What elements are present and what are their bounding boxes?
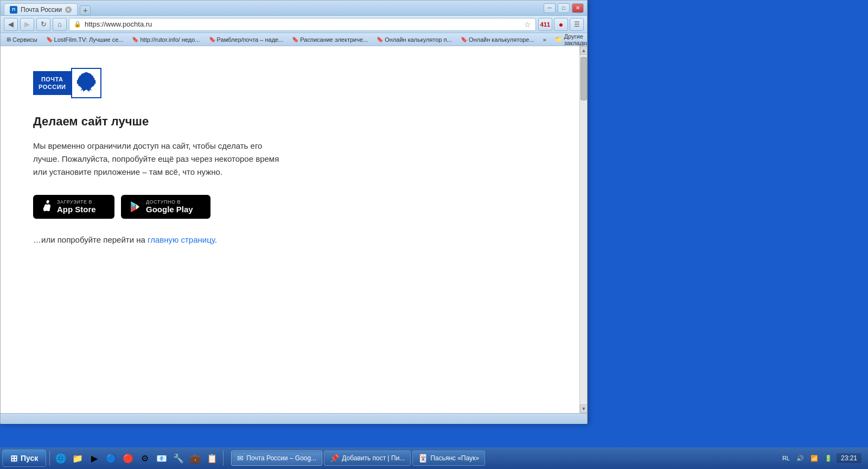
refresh-button[interactable]: ↻ [36,18,50,31]
bookmark-label: Онлайн калькуляторе... [469,36,534,43]
taskbar: ⊞ Пуск 🌐 📁 ▶ 🔵 🔴 ⚙ 📧 🔧 💼 📋 ✉ Почта Росси… [0,447,868,469]
bookmark-rambler[interactable]: 🔖 Рамблер/почта – наде... [206,36,286,43]
more-bookmarks-button[interactable]: » [540,36,549,43]
apple-icon [41,200,53,214]
ssl-lock-icon: 🔒 [74,21,81,28]
quick-launch-extra3[interactable]: ⚙ [137,451,152,466]
quick-launch-extra5[interactable]: 🔧 [171,451,186,466]
bookmark-calculator1[interactable]: 🔖 Онлайн калькулятор п... [374,36,455,43]
google-play-button[interactable]: Доступно в Google Play [121,195,210,219]
quick-launch-extra1[interactable]: 🔵 [104,451,119,466]
google-play-text: Доступно в Google Play [146,199,193,214]
scrollbar-down-button[interactable]: ▼ [580,404,587,413]
quick-launch-extra4[interactable]: 📧 [154,451,169,466]
new-tab-button[interactable]: + [80,5,91,15]
google-play-small-label: Доступно в [146,199,193,205]
task-pochta[interactable]: ✉ Почта России – Goog... [231,451,322,466]
bookmark-icon: 🔖 [461,36,467,42]
bookmark-label: http://rutor.info/ недо... [140,36,200,43]
app-store-small-label: Загрузите в [57,199,96,205]
bookmark-rutor[interactable]: 🔖 http://rutor.info/ недо... [129,36,202,43]
bookmarks-bar: ⊞ Сервисы 🔖 LostFilm.TV: Лучшие се... 🔖 … [1,33,587,46]
other-bookmarks-folder[interactable]: 📁 Другие закладки [552,33,587,46]
settings-icon[interactable]: ☰ [570,18,584,31]
logo-container: ПОЧТА РОССИИ [33,68,547,98]
footer-text-before: …или попробуйте перейти на [33,235,148,244]
url-display: https://www.pochta.ru [85,20,521,28]
bookmark-icon: 🔖 [209,36,215,42]
svg-marker-4 [136,204,139,210]
scrollbar-up-button[interactable]: ▲ [580,46,587,55]
scrollbar-thumb[interactable] [580,57,587,100]
maximize-button[interactable]: □ [558,3,570,13]
system-clock[interactable]: 23:21 [837,453,861,463]
forward-button[interactable]: ▶ [20,18,34,31]
tab-label: Почта России [21,6,62,14]
eagle-svg [75,71,97,95]
status-bar [1,413,587,424]
task-solitaire-icon: 🃏 [418,454,427,462]
scrollbar[interactable]: ▲ ▼ [579,46,587,413]
close-button[interactable]: ✕ [572,3,584,13]
taskbar-separator-2 [223,451,224,466]
footer-text: …или попробуйте перейти на главную стран… [33,235,547,244]
folder-icon: 📁 [555,36,563,43]
browser-tab[interactable]: П Почта России ✕ [4,3,78,15]
minimize-button[interactable]: ─ [544,3,556,13]
bookmark-label: Расписание электриче... [300,36,368,43]
bookmark-star-icon[interactable]: ☆ [524,20,531,29]
logo-text: ПОЧТА РОССИИ [33,71,71,96]
homepage-link[interactable]: главную страницу [148,235,215,244]
task-post[interactable]: 📌 Добавить пост | Пи... [324,451,411,466]
tab-area: П Почта России ✕ + [4,1,539,15]
back-button[interactable]: ◀ [4,18,18,31]
bookmark-icon: 🔖 [132,36,138,42]
tab-close-button[interactable]: ✕ [65,7,72,13]
play-triangle-svg [129,200,142,213]
bookmark-label: Сервисы [12,36,37,43]
app-buttons: Загрузите в App Store Доступ [33,195,547,219]
page-content-area: ПОЧТА РОССИИ Делаем сайт лучше Мы времен… [1,46,587,413]
quick-launch-extra6[interactable]: 💼 [188,451,203,466]
google-play-icon [129,200,142,213]
window-controls: ─ □ ✕ [544,3,584,13]
taskbar-separator-1 [49,451,50,466]
opera-icon[interactable]: ● [554,18,568,31]
windows-icon: ⊞ [10,453,17,464]
extensions-badge[interactable]: 411 [538,18,552,31]
task-post-icon: 📌 [330,454,339,462]
start-button[interactable]: ⊞ Пуск [2,449,46,467]
start-label: Пуск [21,454,38,462]
quick-launch-ie[interactable]: 🌐 [53,451,68,466]
logo-eagle-icon [71,68,101,98]
quick-launch-extra2[interactable]: 🔴 [120,451,136,466]
task-solitaire[interactable]: 🃏 Пасьянс «Паук» [412,451,485,466]
tray-icon-2: 📶 [808,454,820,463]
tray-icon-1: 🔊 [794,454,806,463]
address-bar[interactable]: 🔒 https://www.pochta.ru ☆ [69,18,536,31]
task-pochta-label: Почта России – Goog... [246,454,316,462]
quick-launch-folder[interactable]: 📁 [70,451,85,466]
home-button[interactable]: ⌂ [53,18,67,31]
clock-time: 23:21 [841,454,857,462]
browser-window: П Почта России ✕ + ─ □ ✕ ◀ ▶ ↻ ⌂ 🔒 https… [0,0,588,423]
other-bookmarks-label: Другие закладки [564,33,587,46]
right-nav-icons: 411 ● ☰ [538,18,584,31]
bookmark-label: Рамблер/почта – наде... [217,36,284,43]
bookmark-icon: 🔖 [46,36,53,42]
bookmark-raspisanie[interactable]: 🔖 Расписание электриче... [289,36,371,43]
page-inner: ПОЧТА РОССИИ Делаем сайт лучше Мы времен… [1,46,579,413]
task-solitaire-label: Пасьянс «Паук» [430,454,479,462]
tray-lang: RL [780,454,792,462]
bookmark-icon: 🔖 [376,36,383,42]
bookmark-servisy[interactable]: ⊞ Сервисы [4,36,40,43]
bookmark-icon: ⊞ [7,36,11,42]
bookmark-lostfilm[interactable]: 🔖 LostFilm.TV: Лучшие се... [43,36,126,43]
logo-line1: ПОЧТА [39,75,66,83]
bookmark-calculator2[interactable]: 🔖 Онлайн калькуляторе... [458,36,537,43]
bookmark-label: LostFilm.TV: Лучшие се... [54,36,124,43]
quick-launch-media[interactable]: ▶ [87,451,102,466]
navigation-bar: ◀ ▶ ↻ ⌂ 🔒 https://www.pochta.ru ☆ 411 ● … [1,16,587,33]
quick-launch-extra7[interactable]: 📋 [205,451,220,466]
app-store-button[interactable]: Загрузите в App Store [33,195,114,219]
